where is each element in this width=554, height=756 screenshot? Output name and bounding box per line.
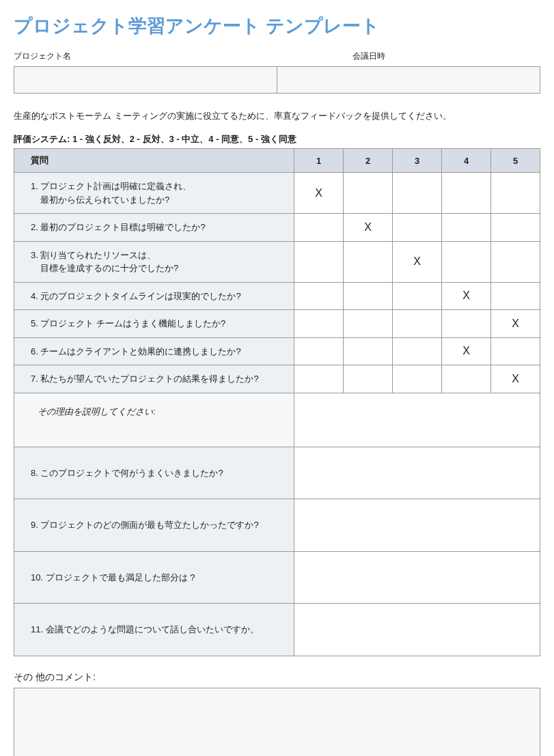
question-number: 7. xyxy=(31,374,38,384)
rating-cell-3[interactable] xyxy=(393,337,442,365)
meeting-date-input[interactable] xyxy=(277,67,540,93)
question-text-cont: 最初から伝えられていましたか? xyxy=(40,195,169,205)
question-cell: 11. 会議でどのような問題について話し合いたいですか。 xyxy=(14,604,294,656)
question-text: プロジェクト計画は明確に定義され、 xyxy=(40,181,191,191)
header-1: 1 xyxy=(294,149,344,173)
open-question-row: 11. 会議でどのような問題について話し合いたいですか。 xyxy=(14,604,540,656)
rating-cell-5[interactable] xyxy=(491,241,540,282)
header-2: 2 xyxy=(344,149,393,173)
question-cell: 1. プロジェクト計画は明確に定義され、最初から伝えられていましたか? xyxy=(14,173,294,214)
page-title: プロジェクト学習アンケート テンプレート xyxy=(14,14,540,38)
open-answer-cell[interactable] xyxy=(294,551,540,604)
rating-cell-5[interactable]: X xyxy=(491,365,540,393)
rated-question-row: 3. 割り当てられたリソースは、目標を達成するのに十分でしたか?X xyxy=(14,241,540,282)
rating-cell-1[interactable] xyxy=(294,241,344,282)
meta-labels-row: プロジェクト名 会議日時 xyxy=(14,51,540,64)
rated-question-row: 4. 元のプロジェクトタイムラインは現実的でしたか?X xyxy=(14,282,540,310)
project-name-label: プロジェクト名 xyxy=(14,51,202,62)
meta-fields xyxy=(14,66,540,94)
open-question-row: 8. このプロジェクトで何がうまくいきましたか? xyxy=(14,447,540,499)
question-number: 5. xyxy=(31,318,38,328)
open-answer-cell[interactable] xyxy=(294,604,540,656)
other-comments-label: その 他のコメント: xyxy=(14,671,540,684)
rating-cell-1[interactable] xyxy=(294,337,344,365)
rating-mark: X xyxy=(413,255,421,267)
question-text: 最初のプロジェクト目標は明確でしたか? xyxy=(40,222,205,232)
question-text: チームはクライアントと効果的に連携しましたか? xyxy=(40,346,240,356)
rating-cell-5[interactable] xyxy=(491,337,540,365)
rating-scale-label: 評価システム: 1 - 強く反対、2 - 反対、3 - 中立、4 - 同意、5 … xyxy=(14,133,540,145)
question-cell: 10. プロジェクトで最も満足した部分は ? xyxy=(14,551,294,604)
rating-mark: X xyxy=(462,345,470,356)
question-text: このプロジェクトで何がうまくいきましたか? xyxy=(40,468,223,478)
rating-mark: X xyxy=(315,187,322,199)
rating-cell-5[interactable] xyxy=(491,214,540,242)
rated-question-row: 5. プロジェクト チームはうまく機能しましたか?X xyxy=(14,310,540,338)
question-number: 6. xyxy=(31,346,38,356)
question-text: プロジェクト チームはうまく機能しましたか? xyxy=(40,318,225,328)
explain-row: その理由を説明してください: xyxy=(14,393,540,447)
question-number: 3. xyxy=(31,250,38,260)
rating-cell-1[interactable] xyxy=(294,282,344,310)
question-number: 4. xyxy=(31,291,38,301)
rated-question-row: 1. プロジェクト計画は明確に定義され、最初から伝えられていましたか?X xyxy=(14,173,540,214)
rated-question-row: 2. 最初のプロジェクト目標は明確でしたか?X xyxy=(14,214,540,242)
rating-cell-3[interactable] xyxy=(393,282,442,310)
rating-cell-1[interactable]: X xyxy=(294,173,344,214)
question-text: プロジェクトで最も満足した部分は ? xyxy=(46,572,195,583)
rating-cell-2[interactable] xyxy=(344,337,393,365)
rating-cell-3[interactable]: X xyxy=(393,241,442,282)
rating-cell-4[interactable] xyxy=(442,310,491,338)
rating-cell-1[interactable] xyxy=(294,214,344,242)
meeting-date-label: 会議日時 xyxy=(352,51,541,62)
rating-cell-4[interactable] xyxy=(442,365,491,393)
question-cell: 3. 割り当てられたリソースは、目標を達成するのに十分でしたか? xyxy=(14,241,294,282)
question-cell: 5. プロジェクト チームはうまく機能しましたか? xyxy=(14,310,294,338)
question-cell: 8. このプロジェクトで何がうまくいきましたか? xyxy=(14,447,294,499)
rating-mark: X xyxy=(462,290,470,301)
explain-answer-cell[interactable] xyxy=(294,393,540,447)
rating-cell-1[interactable] xyxy=(294,365,344,393)
rating-cell-4[interactable] xyxy=(442,241,491,282)
question-text: 会議でどのような問題について話し合いたいですか。 xyxy=(46,624,259,634)
project-name-input[interactable] xyxy=(14,67,277,93)
question-number: 1. xyxy=(31,181,38,191)
rating-cell-3[interactable] xyxy=(393,214,442,242)
rating-cell-2[interactable] xyxy=(344,310,393,338)
rated-question-row: 7. 私たちが望んでいたプロジェクトの結果を得ましたか?X xyxy=(14,365,540,393)
question-text-cont: 目標を達成するのに十分でしたか? xyxy=(40,263,178,273)
question-text: プロジェクトのどの側面が最も苛立たしかったですか? xyxy=(40,520,258,530)
rating-cell-4[interactable]: X xyxy=(442,282,491,310)
rating-cell-2[interactable]: X xyxy=(344,214,393,242)
rated-question-row: 6. チームはクライアントと効果的に連携しましたか?X xyxy=(14,337,540,365)
question-number: 2. xyxy=(31,222,38,232)
open-answer-cell[interactable] xyxy=(294,447,540,499)
rating-cell-3[interactable] xyxy=(393,365,442,393)
table-header-row: 質問 1 2 3 4 5 xyxy=(14,149,540,173)
question-text: 元のプロジェクトタイムラインは現実的でしたか? xyxy=(40,291,240,301)
other-comments-input[interactable] xyxy=(14,688,540,757)
question-number: 11. xyxy=(31,624,43,634)
survey-table: 質問 1 2 3 4 5 1. プロジェクト計画は明確に定義され、最初から伝えら… xyxy=(14,148,540,656)
question-cell: 2. 最初のプロジェクト目標は明確でしたか? xyxy=(14,214,294,242)
rating-cell-3[interactable] xyxy=(393,310,442,338)
question-cell: 4. 元のプロジェクトタイムラインは現実的でしたか? xyxy=(14,282,294,310)
rating-cell-5[interactable] xyxy=(491,173,540,214)
explain-label: その理由を説明してください: xyxy=(14,393,294,447)
rating-cell-1[interactable] xyxy=(294,310,344,338)
open-answer-cell[interactable] xyxy=(294,499,540,552)
rating-cell-5[interactable]: X xyxy=(491,310,540,338)
rating-cell-3[interactable] xyxy=(393,173,442,214)
rating-cell-2[interactable] xyxy=(344,282,393,310)
rating-cell-2[interactable] xyxy=(344,173,393,214)
rating-cell-2[interactable] xyxy=(344,241,393,282)
rating-cell-4[interactable] xyxy=(442,214,491,242)
rating-cell-4[interactable]: X xyxy=(442,337,491,365)
question-text: 私たちが望んでいたプロジェクトの結果を得ましたか? xyxy=(40,374,258,384)
rating-cell-5[interactable] xyxy=(491,282,540,310)
rating-cell-2[interactable] xyxy=(344,365,393,393)
open-question-row: 9. プロジェクトのどの側面が最も苛立たしかったですか? xyxy=(14,499,540,552)
rating-cell-4[interactable] xyxy=(442,173,491,214)
question-cell: 6. チームはクライアントと効果的に連携しましたか? xyxy=(14,337,294,365)
question-number: 10. xyxy=(31,572,43,583)
